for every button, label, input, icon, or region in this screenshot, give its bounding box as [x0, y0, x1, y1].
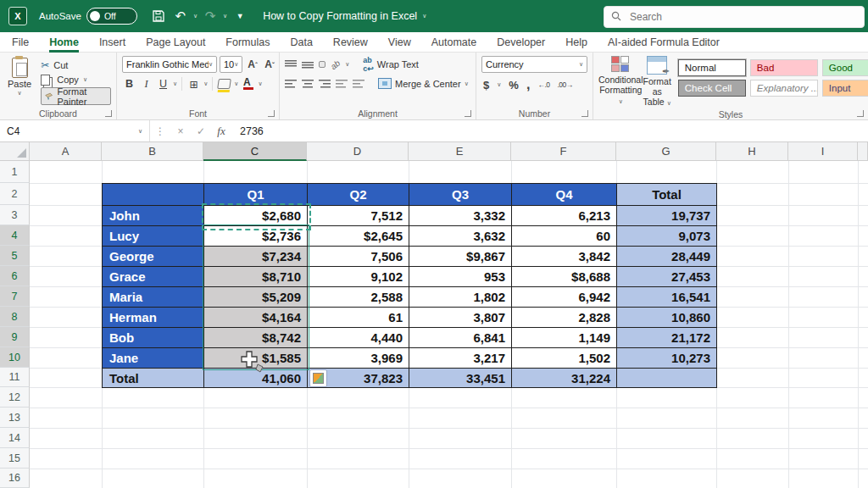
menu-tab-ai-aided-formula-editor[interactable]: AI-aided Formula Editor — [608, 32, 720, 53]
chevron-down-icon[interactable]: ∨ — [203, 80, 208, 87]
style-chip-input[interactable]: Input — [822, 80, 868, 97]
insert-function-icon[interactable]: fx — [211, 120, 231, 141]
row-header-6[interactable]: 6 — [0, 266, 30, 286]
wrap-text-button[interactable]: abc↩ Wrap Text — [363, 56, 419, 73]
decrease-font-size-button[interactable]: Aˇ — [262, 57, 276, 72]
row-header-13[interactable]: 13 — [0, 408, 30, 428]
style-chip-good[interactable]: Good — [822, 59, 868, 76]
row-header-11[interactable]: 11 — [0, 368, 30, 387]
column-header-D[interactable]: D — [307, 142, 409, 161]
column-header-G[interactable]: G — [616, 142, 716, 161]
row-header-9[interactable]: 9 — [0, 327, 30, 347]
save-icon[interactable] — [149, 7, 168, 25]
chevron-down-icon[interactable]: ∨ — [258, 80, 262, 87]
cell-E2[interactable]: Q3 — [409, 184, 512, 206]
font-size-select[interactable]: 10 ∨ — [220, 56, 242, 73]
merge-center-button[interactable]: Merge & Center ∨ — [378, 78, 469, 89]
style-chip-normal[interactable]: Normal — [678, 59, 746, 76]
increase-decimal-button[interactable]: ←.0 — [537, 80, 549, 89]
copy-button[interactable]: Copy ∨ — [41, 73, 111, 87]
cell-B4[interactable]: Lucy — [103, 226, 204, 247]
document-title[interactable]: How to Copy Formatting in Excel ∨ — [263, 10, 426, 22]
column-header-partial[interactable] — [858, 142, 868, 161]
chevron-down-icon[interactable]: ∨ — [497, 81, 501, 88]
cell-F7[interactable]: 6,942 — [512, 287, 617, 308]
cell-D2[interactable]: Q2 — [308, 184, 409, 206]
align-right-button[interactable] — [319, 79, 331, 88]
align-left-button[interactable] — [285, 79, 297, 88]
cell-C3[interactable]: $2,680 — [204, 206, 308, 226]
enter-icon[interactable]: ✓ — [191, 120, 211, 141]
customize-toolbar-icon[interactable]: ▼ — [231, 7, 249, 25]
chevron-down-icon[interactable]: ∨ — [345, 61, 349, 68]
increase-font-size-button[interactable]: Aˆ — [245, 57, 259, 72]
name-box[interactable]: C4 ∨ — [0, 120, 150, 141]
column-header-B[interactable]: B — [102, 142, 203, 161]
increase-indent-button[interactable] — [353, 79, 364, 88]
row-header-14[interactable]: 14 — [0, 428, 30, 448]
column-header-F[interactable]: F — [511, 142, 616, 161]
menu-tab-review[interactable]: Review — [333, 32, 368, 53]
percent-format-button[interactable]: % — [509, 79, 519, 92]
column-header-I[interactable]: I — [788, 142, 858, 161]
search-input[interactable] — [628, 10, 857, 24]
row-header-8[interactable]: 8 — [0, 307, 30, 327]
dialog-launcher-icon[interactable] — [465, 110, 471, 117]
column-header-A[interactable]: A — [30, 142, 102, 161]
cell-D6[interactable]: 9,102 — [308, 267, 409, 287]
cell-B11[interactable]: Total — [103, 369, 204, 388]
cell-F5[interactable]: 3,842 — [512, 247, 617, 267]
dialog-launcher-icon[interactable] — [581, 110, 588, 117]
cell-G5[interactable]: 28,449 — [617, 247, 717, 267]
number-format-select[interactable]: Currency ∨ — [481, 56, 587, 73]
cell-B8[interactable]: Herman — [103, 308, 204, 328]
cell-F9[interactable]: 1,149 — [512, 328, 617, 348]
column-header-C[interactable]: C — [203, 142, 307, 161]
undo-icon[interactable]: ↶ — [171, 7, 190, 25]
cell-E11[interactable]: 33,451 — [409, 369, 512, 388]
cell-E5[interactable]: $9,867 — [409, 247, 512, 267]
chevron-down-icon[interactable]: ∨ — [234, 80, 238, 87]
cell-D10[interactable]: 3,969 — [308, 348, 409, 369]
cell-B10[interactable]: Jane — [103, 348, 204, 369]
cell-E7[interactable]: 1,802 — [409, 287, 512, 308]
cell-C2[interactable]: Q1 — [204, 184, 308, 206]
excel-logo-icon[interactable]: X — [8, 7, 27, 25]
decrease-decimal-button[interactable]: .00→ — [557, 80, 572, 89]
orientation-button[interactable]: ab — [329, 58, 342, 71]
cell-C10[interactable]: $1,585 — [204, 348, 308, 369]
cell-D7[interactable]: 2,588 — [308, 287, 409, 308]
paste-button[interactable]: Paste ∨ — [5, 56, 34, 107]
row-header-2[interactable]: 2 — [0, 183, 30, 205]
row-header-5[interactable]: 5 — [0, 246, 30, 266]
font-color-button[interactable]: A — [241, 76, 255, 92]
cut-button[interactable]: ✂ Cut — [41, 58, 111, 72]
format-painter-button[interactable]: Format Painter — [41, 87, 111, 105]
cell-D9[interactable]: 4,440 — [308, 328, 409, 348]
cell-F10[interactable]: 1,502 — [512, 348, 617, 369]
cell-G11[interactable] — [617, 369, 717, 388]
cell-B5[interactable]: George — [103, 247, 204, 267]
align-top-button[interactable] — [285, 60, 297, 69]
cell-C4[interactable]: $2,736 — [204, 226, 308, 247]
cell-B9[interactable]: Bob — [103, 328, 204, 348]
cell-D4[interactable]: $2,645 — [308, 226, 409, 247]
cell-E9[interactable]: 6,841 — [409, 328, 512, 348]
cell-F2[interactable]: Q4 — [512, 184, 617, 206]
cell-E6[interactable]: 953 — [409, 267, 512, 287]
underline-button[interactable]: U — [156, 76, 170, 92]
cell-D5[interactable]: 7,506 — [308, 247, 409, 267]
chevron-down-icon[interactable]: ∨ — [193, 13, 198, 19]
cell-E3[interactable]: 3,332 — [409, 206, 512, 226]
cell-B3[interactable]: John — [103, 206, 204, 226]
cell-G9[interactable]: 21,172 — [617, 328, 717, 348]
decrease-indent-button[interactable] — [336, 79, 348, 88]
row-header-7[interactable]: 7 — [0, 286, 30, 307]
row-header-3[interactable]: 3 — [0, 205, 30, 225]
paste-options-button[interactable] — [309, 369, 327, 387]
menu-tab-data[interactable]: Data — [290, 32, 312, 53]
cell-E8[interactable]: 3,807 — [409, 308, 512, 328]
cell-D8[interactable]: 61 — [308, 308, 409, 328]
cell-B6[interactable]: Grace — [103, 267, 204, 287]
fill-color-button[interactable] — [217, 76, 231, 92]
